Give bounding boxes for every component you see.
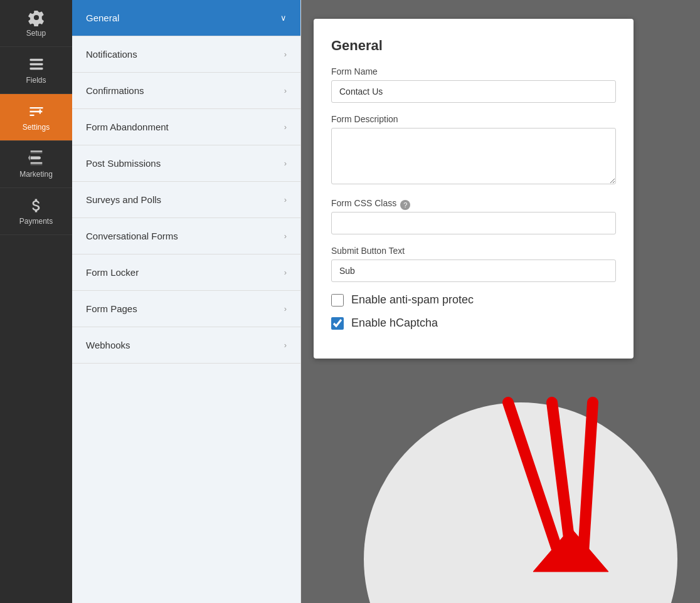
fields-icon [28, 56, 45, 73]
sidebar-item-settings-label: Settings [23, 123, 50, 132]
chevron-right-icon: › [284, 86, 287, 95]
menu-item-form-locker-label: Form Locker [86, 267, 139, 278]
menu-item-webhooks-label: Webhooks [86, 340, 130, 350]
hcaptcha-checkbox[interactable] [331, 317, 344, 330]
form-description-textarea[interactable] [331, 128, 616, 184]
menu-item-conversational-forms[interactable]: Conversational Forms › [72, 218, 300, 254]
menu-item-notifications-label: Notifications [86, 49, 137, 60]
sidebar-item-fields-label: Fields [26, 76, 46, 85]
submit-button-group: Submit Button Text [331, 246, 616, 282]
svg-rect-2 [29, 68, 43, 70]
menu-item-webhooks[interactable]: Webhooks › [72, 327, 300, 364]
chevron-right-icon: › [284, 268, 287, 277]
svg-rect-0 [29, 59, 43, 61]
panel-title: General [331, 38, 616, 54]
chevron-right-icon: › [284, 231, 287, 241]
anti-spam-checkbox[interactable] [331, 294, 344, 307]
main-content: General Form Name Form Description Form … [301, 0, 700, 603]
menu-item-confirmations-label: Confirmations [86, 85, 144, 96]
sidebar-item-setup[interactable]: Setup [0, 0, 72, 47]
anti-spam-group: Enable anti-spam protec [331, 293, 616, 307]
submit-button-input[interactable] [331, 260, 616, 282]
settings-icon [28, 103, 45, 120]
menu-item-confirmations[interactable]: Confirmations › [72, 73, 300, 109]
menu-item-form-abandonment-label: Form Abandonment [86, 122, 169, 132]
chevron-down-icon: ∨ [280, 13, 287, 23]
form-name-label: Form Name [331, 66, 616, 76]
hcaptcha-group: Enable hCaptcha [331, 317, 616, 330]
chevron-right-icon: › [284, 340, 287, 350]
menu-item-form-pages-label: Form Pages [86, 303, 137, 314]
settings-menu: General ∨ Notifications › Confirmations … [72, 0, 301, 603]
form-description-group: Form Description [331, 114, 616, 187]
marketing-icon [28, 150, 45, 167]
form-name-input[interactable] [331, 80, 616, 103]
sidebar-item-payments-label: Payments [19, 217, 53, 226]
menu-item-form-abandonment[interactable]: Form Abandonment › [72, 109, 300, 145]
menu-item-post-submissions-label: Post Submissions [86, 158, 161, 169]
form-css-class-group: Form CSS Class ? [331, 198, 616, 234]
sidebar-item-payments[interactable]: Payments [0, 188, 72, 235]
form-css-class-input[interactable] [331, 212, 616, 234]
menu-item-notifications[interactable]: Notifications › [72, 36, 300, 73]
payments-icon [28, 197, 45, 214]
anti-spam-label: Enable anti-spam protec [351, 293, 474, 307]
circle-overlay [364, 402, 677, 603]
sidebar-item-marketing[interactable]: Marketing [0, 141, 72, 188]
chevron-right-icon: › [284, 304, 287, 313]
chevron-right-icon: › [284, 122, 287, 132]
menu-item-surveys-polls[interactable]: Surveys and Polls › [72, 182, 300, 218]
icon-sidebar: Setup Fields Settings Marketing Pa [0, 0, 72, 603]
form-description-label: Form Description [331, 114, 616, 124]
chevron-right-icon: › [284, 159, 287, 168]
menu-item-form-locker[interactable]: Form Locker › [72, 254, 300, 291]
menu-item-general-label: General [86, 13, 119, 23]
form-css-class-label: Form CSS Class [331, 198, 396, 208]
menu-item-general[interactable]: General ∨ [72, 0, 300, 36]
menu-item-conversational-forms-label: Conversational Forms [86, 231, 178, 241]
sidebar-item-setup-label: Setup [26, 29, 46, 38]
form-name-group: Form Name [331, 66, 616, 103]
menu-item-surveys-polls-label: Surveys and Polls [86, 194, 161, 205]
menu-item-post-submissions[interactable]: Post Submissions › [72, 145, 300, 182]
menu-item-form-pages[interactable]: Form Pages › [72, 291, 300, 327]
sidebar-item-marketing-label: Marketing [19, 170, 53, 179]
form-panel: General Form Name Form Description Form … [314, 19, 634, 359]
gear-icon [28, 9, 45, 26]
sidebar-item-settings[interactable]: Settings [0, 94, 72, 141]
chevron-right-icon: › [284, 195, 287, 204]
sidebar-item-fields[interactable]: Fields [0, 47, 72, 94]
hcaptcha-label: Enable hCaptcha [351, 317, 438, 330]
submit-button-label: Submit Button Text [331, 246, 616, 256]
chevron-right-icon: › [284, 50, 287, 59]
help-icon[interactable]: ? [400, 200, 410, 210]
svg-rect-1 [29, 63, 43, 66]
